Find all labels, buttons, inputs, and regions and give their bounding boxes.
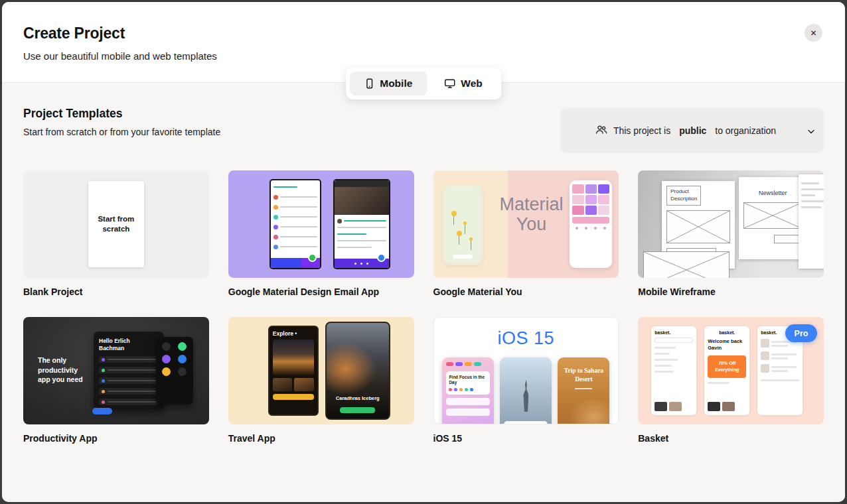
basket-promo: 70% Off Everything <box>708 355 746 378</box>
wireframe-newsletter-label: Newsletter <box>743 190 802 196</box>
ios-phone-photo <box>500 357 552 424</box>
wireframe-button-placeholder <box>774 235 802 243</box>
blank-project-thumbnail: Start from scratch <box>23 170 209 278</box>
basket-brand: basket. <box>708 330 746 335</box>
template-card-material-email-app[interactable]: Google Material Design Email App <box>228 170 414 297</box>
basket-screen-home: basket. Welcome back Gavin 70% Off Every… <box>704 326 749 415</box>
tab-web-label: Web <box>461 78 482 90</box>
template-card-material-you[interactable]: Material You Google Material You <box>433 170 619 297</box>
material-email-thumbnail <box>228 170 414 278</box>
productivity-tagline: The only productivity app you need <box>38 355 91 385</box>
chevron-down-icon <box>782 115 814 147</box>
wireframe-product-description: Product Description <box>666 186 701 206</box>
travel-phone-left: Explore • <box>268 326 319 416</box>
close-icon: ✕ <box>810 29 816 38</box>
productivity-tablet: Hello Erlich Bachman <box>94 332 164 410</box>
wireframe-sheet-edge <box>799 174 824 269</box>
template-label: Google Material Design Email App <box>228 286 414 297</box>
travel-explore-label: Explore • <box>273 330 314 337</box>
template-card-travel-app[interactable]: Explore • Caradhras Iceberg Tr <box>228 317 414 444</box>
material-you-thumbnail: Material You <box>433 170 619 278</box>
page-subtitle: Use our beautiful mobile and web templat… <box>23 50 824 62</box>
email-phone-right <box>333 179 390 269</box>
productivity-phone <box>156 337 193 405</box>
modal-content: Project Templates Start from scratch or … <box>2 83 845 502</box>
template-label: iOS 15 <box>433 433 619 444</box>
template-card-ios-15[interactable]: iOS 15 Find Focus in the Day <box>433 317 619 444</box>
wireframe-image-placeholder <box>666 210 730 243</box>
pro-badge: Pro <box>785 324 817 342</box>
travel-phone-right: Caradhras Iceberg <box>325 322 390 420</box>
section-subtitle: Start from scratch or from your favorite… <box>23 127 220 137</box>
start-from-scratch-card: Start from scratch <box>88 181 144 267</box>
visibility-text-suffix: to organization <box>712 125 776 136</box>
wireframe-image-placeholder <box>743 202 802 229</box>
template-card-blank-project[interactable]: Start from scratch Blank Project <box>23 170 209 297</box>
template-card-mobile-wireframe[interactable]: Product Description This is a title News… <box>638 170 824 297</box>
create-project-modal: Create Project Use our beautiful mobile … <box>2 2 845 502</box>
productivity-app-thumbnail: The only productivity app you need Hello… <box>23 317 209 424</box>
basket-screen-menu: basket. <box>651 326 696 415</box>
template-label: Travel App <box>228 433 414 444</box>
ios-trip-title: Trip to Sahara Desert <box>562 367 605 384</box>
material-you-phone-right <box>570 180 612 268</box>
productivity-greeting: Hello Erlich Bachman <box>99 338 141 352</box>
platform-tabbar: Mobile Web <box>346 68 501 99</box>
visibility-text-value: public <box>679 125 706 136</box>
template-card-productivity-app[interactable]: The only productivity app you need Hello… <box>23 317 209 444</box>
template-label: Blank Project <box>23 286 209 297</box>
template-card-basket[interactable]: Pro basket. basket. Welcome back Gavin <box>638 317 824 444</box>
template-label: Mobile Wireframe <box>638 286 824 297</box>
tab-web[interactable]: Web <box>429 72 497 95</box>
template-label: Google Material You <box>433 286 619 297</box>
email-phone-left <box>270 179 321 269</box>
template-label: Basket <box>638 433 824 444</box>
section-title: Project Templates <box>23 107 220 121</box>
travel-caption: Caradhras Iceberg <box>327 395 389 401</box>
wireframe-sheet-right: Newsletter <box>739 177 807 259</box>
ios-15-headline: iOS 15 <box>434 328 619 349</box>
tab-mobile[interactable]: Mobile <box>350 72 427 95</box>
tab-mobile-label: Mobile <box>380 78 412 90</box>
template-label: Productivity App <box>23 433 209 444</box>
ios-15-thumbnail: iOS 15 Find Focus in the Day <box>433 317 619 424</box>
ios-phone-widgets: Find Focus in the Day <box>442 357 494 424</box>
template-grid: Start from scratch Blank Project <box>2 170 845 444</box>
mobile-wireframe-thumbnail: Product Description This is a title News… <box>638 170 824 278</box>
ios-widget-title: Find Focus in the Day <box>449 375 485 385</box>
basket-welcome: Welcome back Gavin <box>708 338 746 351</box>
travel-app-thumbnail: Explore • Caradhras Iceberg <box>228 317 414 424</box>
basket-brand: basket. <box>654 330 693 335</box>
page-title: Create Project <box>23 25 824 42</box>
visibility-text-prefix: This project is <box>613 125 673 136</box>
phone-icon <box>364 78 374 89</box>
monitor-icon <box>444 78 455 89</box>
section-header: Project Templates Start from scratch or … <box>2 107 845 153</box>
section-titles: Project Templates Start from scratch or … <box>23 107 220 137</box>
people-icon <box>570 114 607 147</box>
material-you-phone-left <box>444 186 481 263</box>
window-frame: Create Project Use our beautiful mobile … <box>0 0 847 504</box>
ios-phone-travel: Trip to Sahara Desert <box>558 357 609 424</box>
basket-thumbnail: Pro basket. basket. Welcome back Gavin <box>638 317 824 424</box>
project-visibility-dropdown[interactable]: This project is public to organization <box>560 108 824 153</box>
close-button[interactable]: ✕ <box>805 24 822 42</box>
wireframe-image-placeholder <box>643 251 730 278</box>
material-you-headline: Material You <box>491 194 573 234</box>
